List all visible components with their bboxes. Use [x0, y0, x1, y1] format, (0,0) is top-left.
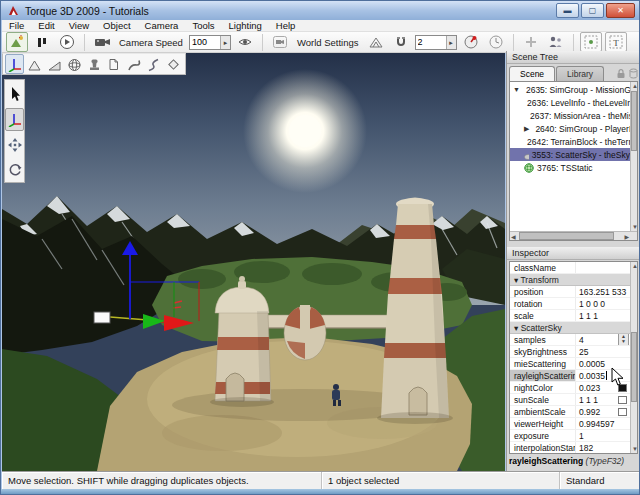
shape-sphere-icon	[524, 163, 534, 173]
boxed-text-icon: T	[609, 35, 623, 49]
pan-tool[interactable]	[5, 133, 24, 157]
object-text-toggle-button[interactable]: T	[605, 32, 627, 52]
prop-scale[interactable]: scale 1 1 1	[510, 310, 630, 322]
visibility-button[interactable]	[234, 32, 256, 52]
move-tool[interactable]	[5, 108, 24, 132]
decal-editor-tool[interactable]	[164, 54, 183, 74]
add-object-button[interactable]	[520, 32, 542, 52]
prop-samples[interactable]: samples 4 ▲▼	[510, 334, 630, 346]
toolbar-separator	[84, 34, 85, 51]
snap-size-input[interactable]: ▸	[415, 35, 457, 50]
rotate-icon	[7, 162, 23, 178]
toolbar-separator	[262, 34, 263, 51]
clock-icon	[488, 34, 504, 50]
stamp-icon	[87, 57, 102, 72]
maximize-button[interactable]: ▢	[581, 3, 604, 18]
menu-edit[interactable]: Edit	[31, 20, 61, 31]
prop-skybrightness[interactable]: skyBrightness 25	[510, 346, 630, 358]
expander-open-icon[interactable]: ▼	[513, 86, 520, 93]
snap-size-field[interactable]	[416, 37, 446, 47]
snap-toggle-button[interactable]	[390, 32, 412, 52]
snap-size-dropdown-icon[interactable]: ▸	[446, 36, 456, 49]
pages-icon	[106, 57, 121, 72]
tree-item-playerdrop[interactable]: ▶ 2640: SimGroup - PlayerDropP	[510, 122, 630, 135]
tree-item-missiongroup[interactable]: ▼ 2635: SimGroup - MissionGroup	[510, 83, 630, 96]
columns-icon	[34, 34, 50, 50]
datablock-editor-tool[interactable]	[104, 54, 123, 74]
play-button[interactable]	[56, 32, 78, 52]
toolbar-separator	[573, 34, 574, 51]
window-frame-bottom	[1, 489, 640, 494]
samples-spinner[interactable]: ▲▼	[618, 334, 629, 345]
close-button[interactable]: ✕	[606, 3, 635, 18]
camera-speed-field[interactable]	[190, 37, 220, 47]
ambientscale-swatch[interactable]	[618, 408, 627, 416]
minimize-button[interactable]: ▬	[556, 3, 579, 18]
prop-rotation[interactable]: rotation 1 0 0 0	[510, 298, 630, 310]
camera-menu-button[interactable]	[91, 32, 113, 52]
tree-item-levelinfo[interactable]: i 2636: LevelInfo - theLevelInfo	[510, 96, 630, 109]
viewport-render	[2, 53, 505, 471]
prop-sunscale[interactable]: sunScale 1 1 1	[510, 394, 630, 406]
landscape-icon	[9, 34, 25, 50]
trash-icon[interactable]	[629, 68, 638, 79]
section-scattersky[interactable]: ▾ ScatterSky	[510, 322, 630, 334]
world-editor-button[interactable]	[6, 32, 28, 52]
toolbar-separator	[513, 34, 514, 51]
window-title: Torque 3D 2009 - Tutorials	[25, 5, 149, 17]
tree-item-missionarea[interactable]: 2637: MissionArea - theMis	[510, 109, 630, 122]
menu-tools[interactable]: Tools	[185, 20, 221, 31]
tab-scene[interactable]: Scene	[509, 66, 555, 81]
prop-position[interactable]: position 163.251 533	[510, 286, 630, 298]
prop-viewerheight[interactable]: viewerHeight 0.994597	[510, 418, 630, 430]
prop-exposure[interactable]: exposure 1	[510, 430, 630, 442]
title-bar[interactable]: Torque 3D 2009 - Tutorials ▬ ▢ ✕	[1, 1, 640, 20]
camera-bookmark-button[interactable]	[269, 32, 291, 52]
menu-file[interactable]: File	[2, 20, 31, 31]
app-logo-icon	[7, 4, 20, 17]
rotate-tool[interactable]	[5, 159, 24, 183]
gui-editor-button[interactable]	[31, 32, 53, 52]
tree-horizontal-scrollbar[interactable]: ◀ ▶	[510, 231, 637, 240]
object-icons-toggle-button[interactable]	[580, 32, 602, 52]
menu-camera[interactable]: Camera	[138, 20, 186, 31]
terrain-editor-tool[interactable]	[25, 54, 44, 74]
camera-speed-dropdown-icon[interactable]: ▸	[220, 36, 230, 49]
menu-help[interactable]: Help	[269, 20, 303, 31]
menu-lighting[interactable]: Lighting	[222, 20, 269, 31]
terrain-bounds-icon	[368, 34, 384, 50]
tree-item-terrainblock[interactable]: 2642: TerrainBlock - theTerrain	[510, 135, 630, 148]
camera-speed-input[interactable]: ▸	[189, 35, 231, 50]
select-tool[interactable]	[5, 82, 24, 106]
move-gizmo-icon	[7, 112, 22, 127]
river-editor-tool[interactable]	[144, 54, 163, 74]
inspector-vertical-scrollbar[interactable]: ▲ ▼	[630, 262, 637, 453]
prop-ambientscale[interactable]: ambientScale 0.992	[510, 406, 630, 418]
time-button[interactable]	[485, 32, 507, 52]
tree-item-scattersky[interactable]: 3553: ScatterSky - theSky	[510, 148, 630, 161]
prop-interpolationstart[interactable]: interpolationStart 182	[510, 442, 630, 454]
expander-closed-icon[interactable]: ▶	[524, 125, 529, 133]
ruler-button[interactable]	[460, 32, 482, 52]
terrain-ramp-tool[interactable]	[45, 54, 64, 74]
four-way-arrows-icon	[7, 137, 23, 153]
sunscale-swatch[interactable]	[618, 396, 627, 404]
tree-vertical-scrollbar[interactable]: ▲ ▼	[630, 82, 637, 231]
road-editor-tool[interactable]	[124, 54, 143, 74]
viewport-3d[interactable]	[2, 53, 505, 471]
player-drop-button[interactable]	[545, 32, 567, 52]
terrain-painter-tool[interactable]	[85, 54, 104, 74]
world-settings-label: World Settings	[297, 37, 359, 48]
section-transform[interactable]: ▾ Transform	[510, 274, 630, 286]
tree-item-tsstatic[interactable]: 3765: TSStatic	[510, 161, 630, 174]
bounds-toggle-button[interactable]	[365, 32, 387, 52]
object-editor-tool[interactable]	[5, 54, 24, 74]
lock-icon[interactable]	[616, 68, 626, 79]
menu-view[interactable]: View	[62, 20, 96, 31]
main-toolbar: Camera Speed ▸ World Settings ▸	[2, 32, 640, 53]
tab-library[interactable]: Library	[556, 66, 604, 81]
material-editor-tool[interactable]	[65, 54, 84, 74]
ramp-icon	[47, 57, 62, 72]
prop-classname[interactable]: className	[510, 262, 630, 274]
menu-object[interactable]: Object	[96, 20, 137, 31]
